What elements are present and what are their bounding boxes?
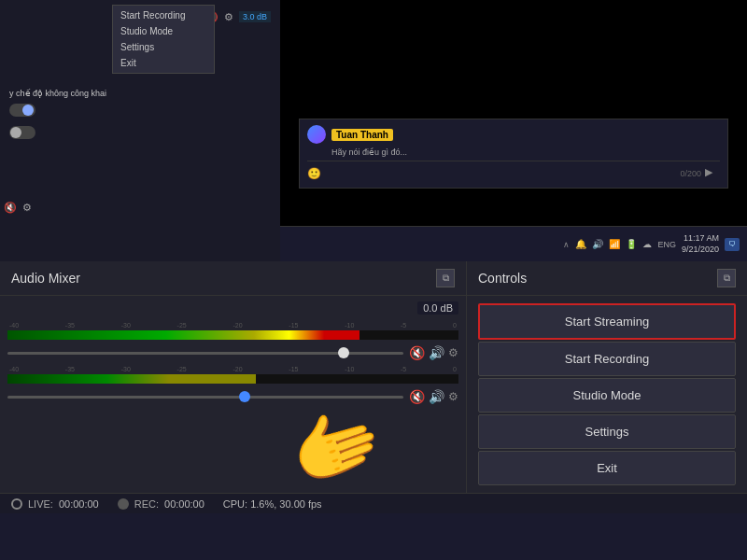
top-section: 🔇 ⚙ 3.0 dB Start Recording Studio Mode S… <box>0 0 747 261</box>
right-panel: Tuan Thanh Hãy nói điều gì đó... 🙂 0/200… <box>280 0 747 261</box>
scale-20: -20 <box>233 322 242 329</box>
live-indicator <box>11 498 22 510</box>
gear-icon-2[interactable]: ⚙ <box>448 390 458 403</box>
mini-drop-start-recording[interactable]: Start Recording <box>113 7 214 23</box>
slider-thumb-2 <box>239 391 250 402</box>
send-button[interactable]: ▶ <box>705 166 720 181</box>
scale-5: -5 <box>401 322 406 329</box>
start-recording-button[interactable]: Start Recording <box>478 342 736 376</box>
settings-icon-left[interactable]: ⚙ <box>22 202 32 214</box>
controls-header: Controls ⧉ <box>467 261 747 296</box>
scale-25-2: -25 <box>177 366 187 372</box>
channel-2-meter: -40 -35 -30 -25 -20 -15 -10 -5 0 <box>7 366 458 404</box>
scale-row-1: -40 -35 -30 -25 -20 -15 -10 -5 0 <box>7 322 458 329</box>
gear-icon-1[interactable]: ⚙ <box>448 346 458 359</box>
audio-mixer-settings-btn[interactable]: ⧉ <box>436 269 455 287</box>
scale-25: -25 <box>177 322 187 329</box>
live-time: 00:00:00 <box>59 498 99 510</box>
scale-20-2: -20 <box>233 366 242 372</box>
meter-fill-2 <box>7 374 256 384</box>
meter-track-1 <box>7 330 458 340</box>
speaker-icon-left: 🔇 <box>4 202 17 214</box>
mute-icon-1[interactable]: 🔇 <box>409 345 425 360</box>
meter-fill-1 <box>7 330 359 340</box>
scale-35: -35 <box>65 322 75 329</box>
left-panel: 🔇 ⚙ 3.0 dB Start Recording Studio Mode S… <box>0 0 280 261</box>
mini-drop-settings[interactable]: Settings <box>113 39 214 55</box>
mini-drop-studio-mode[interactable]: Studio Mode <box>113 23 214 39</box>
system-tray: ∧ 🔔 🔊 📶 🔋 ☁ ENG 11:17 AM 9/21/2020 🗨 <box>280 226 747 261</box>
tray-time-display: 11:17 AM <box>682 233 719 245</box>
audio-mixer-title: Audio Mixer <box>11 271 80 286</box>
chat-header: Tuan Thanh <box>307 125 720 144</box>
live-label: LIVE: <box>28 498 53 510</box>
scale-15: -15 <box>289 322 298 329</box>
scale-0: 0 <box>453 322 457 329</box>
channel-1-controls: 🔇 🔊 ⚙ <box>409 345 458 360</box>
db-display: 3.0 dB <box>239 11 271 22</box>
chat-message: Hãy nói điều gì đó... <box>331 147 720 157</box>
toggle-section: y chế độ không công khai <box>9 89 271 139</box>
tray-arrow-icon: ∧ <box>563 240 570 249</box>
toggle-row-1 <box>9 104 271 117</box>
slider-thumb-1 <box>338 347 349 358</box>
toggle-row-2 <box>9 126 271 139</box>
volume-slider-2[interactable] <box>7 396 403 399</box>
chat-overlay: Tuan Thanh Hãy nói điều gì đó... 🙂 0/200… <box>299 119 728 189</box>
channel-2-controls: 🔇 🔊 ⚙ <box>409 389 458 404</box>
tray-icon-4: 🔋 <box>626 239 637 249</box>
studio-mode-button[interactable]: Studio Mode <box>478 378 736 413</box>
preview-area: Tuan Thanh Hãy nói điều gì đó... 🙂 0/200… <box>280 0 747 226</box>
rec-status: REC: 00:00:00 <box>118 498 204 510</box>
chat-avatar <box>307 125 326 144</box>
audio-mixer-header: Audio Mixer ⧉ <box>0 261 466 296</box>
scale-5-2: -5 <box>401 366 406 372</box>
exit-button[interactable]: Exit <box>478 451 736 485</box>
start-streaming-button[interactable]: Start Streaming <box>478 303 736 340</box>
toggle-2[interactable] <box>9 126 35 139</box>
tray-date-display: 9/21/2020 <box>682 245 719 256</box>
tray-icon-5: ☁ <box>642 239 652 249</box>
chat-input-placeholder[interactable] <box>325 165 676 182</box>
slider-row-2: 🔇 🔊 ⚙ <box>7 389 458 404</box>
volume-slider-1[interactable] <box>7 352 403 355</box>
controls-settings-btn[interactable]: ⧉ <box>717 269 736 287</box>
tray-icon-2: 🔊 <box>592 239 603 249</box>
rec-label: REC: <box>134 498 159 510</box>
mute-icon-2[interactable]: 🔇 <box>409 389 425 404</box>
audio-mixer-panel: Audio Mixer ⧉ 0.0 dB -40 -35 -30 <box>0 261 467 493</box>
controls-title: Controls <box>478 271 527 286</box>
scale-40: -40 <box>9 322 19 329</box>
toggle-1[interactable] <box>9 104 35 117</box>
cpu-label: CPU: 1.6%, 30.00 fps <box>223 498 322 510</box>
speaker-icon-2[interactable]: 🔊 <box>429 389 444 404</box>
settings-button[interactable]: Settings <box>478 414 736 449</box>
vol-row-1: 🔇 ⚙ <box>4 202 276 214</box>
scale-40-2: -40 <box>9 366 19 372</box>
emoji-button[interactable]: 🙂 <box>307 167 321 180</box>
db-value-display: 0.0 dB <box>417 301 458 315</box>
tray-lang: ENG <box>657 240 676 249</box>
speaker-icon-1[interactable]: 🔊 <box>429 345 444 360</box>
rec-time: 00:00:00 <box>164 498 204 510</box>
left-text: y chế độ không công khai <box>9 89 271 98</box>
settings-icon-top[interactable]: ⚙ <box>224 11 233 23</box>
scale-30: -30 <box>121 322 131 329</box>
tray-icon-1: 🔔 <box>575 239 586 249</box>
scale-row-2: -40 -35 -30 -25 -20 -15 -10 -5 0 <box>7 366 458 372</box>
rec-indicator <box>118 498 129 510</box>
chat-input-row: 🙂 0/200 ▶ <box>307 161 720 182</box>
scale-10: -10 <box>345 322 354 329</box>
status-bar: LIVE: 00:00:00 REC: 00:00:00 CPU: 1.6%, … <box>0 493 747 513</box>
tray-icon-3: 📶 <box>609 239 620 249</box>
controls-panel: Controls ⧉ Start Streaming Start Recordi… <box>467 261 747 493</box>
mini-drop-exit[interactable]: Exit <box>113 55 214 71</box>
chat-username: Tuan Thanh <box>331 129 393 141</box>
obs-window: 🔇 ⚙ 3.0 dB Start Recording Studio Mode S… <box>0 0 747 560</box>
live-status: LIVE: 00:00:00 <box>11 498 99 510</box>
tray-notification-icon[interactable]: 🗨 <box>725 238 740 251</box>
db-value-row: 0.0 dB <box>7 301 458 315</box>
meter-track-2 <box>7 374 458 384</box>
scale-30-2: -30 <box>121 366 131 372</box>
bottom-section: Audio Mixer ⧉ 0.0 dB -40 -35 -30 <box>0 261 747 513</box>
